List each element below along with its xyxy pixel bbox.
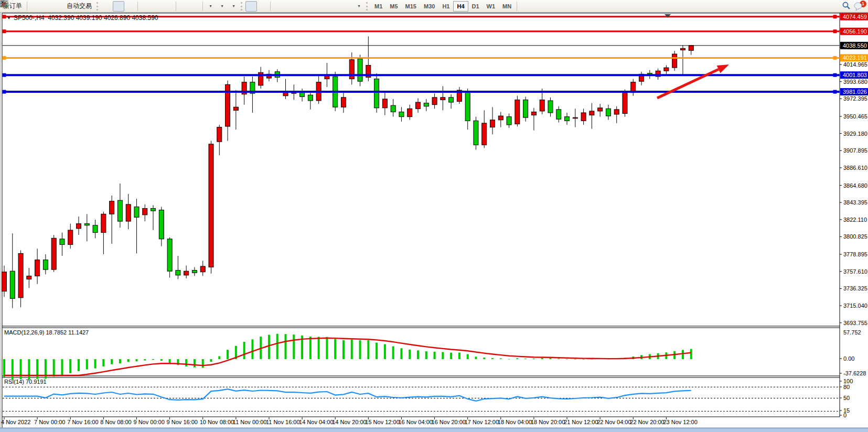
candle-body bbox=[159, 210, 164, 239]
candle-body bbox=[308, 95, 313, 101]
periods-button[interactable]: ▾ bbox=[216, 1, 228, 12]
crosshair-button[interactable] bbox=[257, 1, 269, 12]
zoom-in-button[interactable] bbox=[140, 1, 151, 12]
candle-chart-button[interactable] bbox=[113, 1, 124, 12]
x-tick-label: 14 Nov 20:00 bbox=[332, 419, 366, 425]
candle-body bbox=[565, 117, 570, 121]
caret-down-icon: ▾ bbox=[221, 4, 223, 8]
macd-indicator-label: MACD(12,26,9) 18.7852 11.1427 bbox=[4, 329, 89, 336]
bar-chart-button[interactable] bbox=[101, 1, 113, 12]
text-label-button[interactable]: T bbox=[341, 1, 353, 12]
macd-histogram-bar bbox=[293, 334, 295, 359]
tf-h1-button[interactable]: H1 bbox=[438, 1, 453, 12]
candle-body bbox=[441, 98, 445, 100]
text-button[interactable]: A bbox=[330, 1, 341, 12]
candle-body bbox=[35, 260, 40, 276]
candle-body bbox=[192, 271, 197, 273]
macd-histogram-bar bbox=[251, 339, 253, 359]
candle-body bbox=[573, 117, 577, 118]
market-watch-button[interactable] bbox=[52, 1, 63, 12]
candle-body bbox=[482, 123, 487, 145]
add-indicator-button[interactable]: ▾ bbox=[205, 1, 216, 12]
candle-body bbox=[590, 111, 594, 115]
horizontal-line-button[interactable] bbox=[284, 1, 295, 12]
macd-histogram-bar bbox=[384, 344, 386, 359]
tf-mn-button[interactable]: MN bbox=[499, 1, 515, 12]
chart-canvas: 4057.5354036.2504014.9653993.6803972.395… bbox=[0, 0, 868, 432]
candle-body bbox=[515, 100, 520, 124]
candle-body bbox=[382, 99, 387, 108]
tf-m1-button[interactable]: M1 bbox=[371, 1, 386, 12]
macd-histogram-bar bbox=[334, 339, 336, 359]
tf-m30-button[interactable]: M30 bbox=[420, 1, 438, 12]
candle-body bbox=[134, 207, 139, 217]
macd-histogram-bar bbox=[169, 359, 171, 363]
line-handle[interactable] bbox=[3, 56, 6, 60]
separator bbox=[176, 2, 176, 11]
x-tick-label: 18 Nov 04:00 bbox=[498, 419, 532, 425]
caret-down-icon: ▾ bbox=[232, 4, 234, 8]
fibonacci-button[interactable]: F bbox=[318, 1, 330, 12]
search-button[interactable] bbox=[842, 1, 853, 12]
separator bbox=[202, 2, 203, 11]
separator bbox=[517, 2, 517, 11]
separator bbox=[137, 2, 138, 11]
price-badge-label: 4056.190 bbox=[843, 28, 867, 35]
macd-histogram-bar bbox=[20, 359, 22, 379]
tf-m5-button[interactable]: M5 bbox=[386, 1, 401, 12]
line-handle[interactable] bbox=[3, 90, 6, 94]
chat-button[interactable]: 1 bbox=[853, 1, 865, 12]
macd-histogram-bar bbox=[491, 358, 494, 359]
chart-template-button[interactable]: ▾ bbox=[228, 1, 239, 12]
line-handle[interactable] bbox=[833, 15, 837, 18]
chart-dropdown-icon[interactable]: ▼ bbox=[7, 16, 11, 20]
new-chart-button[interactable] bbox=[29, 1, 40, 12]
macd-histogram-bar bbox=[409, 350, 411, 359]
macd-histogram-bar bbox=[367, 340, 369, 359]
channel-button[interactable]: E bbox=[307, 1, 318, 12]
line-handle[interactable] bbox=[833, 90, 837, 94]
line-handle[interactable] bbox=[833, 29, 837, 33]
trendline-button[interactable] bbox=[295, 1, 307, 12]
rsi-indicator-label: RSI(14) 70.9191 bbox=[4, 379, 47, 385]
macd-histogram-bar bbox=[533, 359, 535, 359]
toolbar: 新订单 自动交易 ▾ ▾ bbox=[0, 0, 868, 13]
price-badge-label: 4038.550 bbox=[843, 42, 867, 49]
tf-m15-button[interactable]: M15 bbox=[402, 1, 420, 12]
macd-histogram-bar bbox=[425, 351, 427, 359]
vertical-line-button[interactable] bbox=[272, 1, 284, 12]
candle-body bbox=[664, 68, 669, 71]
x-tick-label: 9 Nov 00:00 bbox=[133, 419, 164, 425]
macd-histogram-bar bbox=[690, 349, 692, 359]
price-badge-label: 4023.191 bbox=[843, 55, 867, 61]
macd-histogram-bar bbox=[583, 359, 585, 360]
zoom-out-button[interactable] bbox=[151, 1, 163, 12]
profiles-button[interactable] bbox=[40, 1, 52, 12]
candle-body bbox=[151, 209, 156, 211]
indicator-window-button[interactable] bbox=[178, 1, 189, 12]
arrows-tool-button[interactable]: ▾ bbox=[353, 1, 365, 12]
line-handle[interactable] bbox=[833, 56, 837, 60]
macd-histogram-bar bbox=[285, 334, 287, 359]
line-handle[interactable] bbox=[3, 29, 6, 33]
autotrading-button[interactable]: 自动交易 bbox=[63, 1, 95, 12]
macd-histogram-bar bbox=[400, 348, 402, 359]
macd-histogram-bar bbox=[144, 359, 146, 361]
tf-h4-button[interactable]: H4 bbox=[453, 1, 468, 12]
macd-tick-label: -37.6228 bbox=[843, 370, 866, 376]
tf-w1-button[interactable]: W1 bbox=[483, 1, 499, 12]
macd-histogram-bar bbox=[417, 350, 419, 359]
x-tick-label: 15 Nov 12:00 bbox=[365, 419, 399, 425]
candle-body bbox=[399, 112, 404, 116]
line-handle[interactable] bbox=[3, 15, 6, 18]
line-chart-button[interactable] bbox=[124, 1, 136, 12]
tile-windows-button[interactable] bbox=[163, 1, 174, 12]
x-tick-label: 9 Nov 16:00 bbox=[167, 419, 198, 425]
candle-body bbox=[176, 271, 180, 275]
line-handle[interactable] bbox=[3, 73, 6, 77]
tf-d1-button[interactable]: D1 bbox=[468, 1, 483, 12]
line-handle[interactable] bbox=[833, 73, 837, 77]
candle-body bbox=[217, 127, 222, 142]
cursor-button[interactable] bbox=[245, 1, 257, 12]
indicator-window-add-button[interactable] bbox=[189, 1, 201, 12]
